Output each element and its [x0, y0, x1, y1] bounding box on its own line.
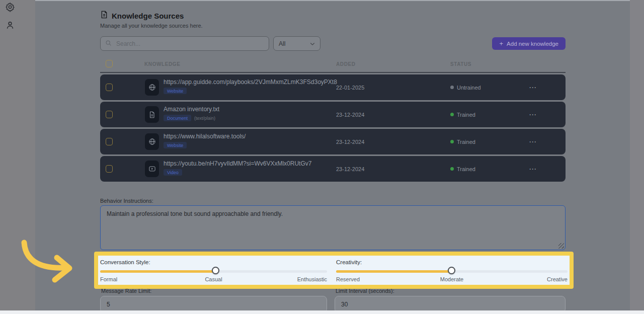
slider-fill — [100, 270, 216, 273]
row-menu-button[interactable]: ⋯ — [529, 102, 537, 127]
highlight-box: Conversation Style: Formal Enthusiastic … — [94, 252, 574, 289]
column-header-knowledge: KNOWLEDGE — [144, 61, 181, 67]
added-date: 23-12-2024 — [336, 156, 364, 182]
added-date: 23-12-2024 — [336, 102, 364, 127]
slider-max-label: Creative — [547, 276, 568, 282]
status-cell: Trained — [450, 129, 475, 154]
add-knowledge-label: Add new knowledge — [507, 41, 558, 47]
slider-block: Creativity: Reserved Creative Moderate — [336, 256, 568, 285]
row-checkbox[interactable] — [106, 165, 113, 173]
chevron-down-icon — [310, 40, 315, 47]
added-date: 23-12-2024 — [336, 129, 364, 154]
status-label: Untrained — [457, 85, 481, 91]
search-icon — [105, 39, 112, 48]
gear-icon[interactable] — [5, 2, 15, 12]
document-icon — [100, 11, 108, 21]
slider-label: Conversation Style: — [100, 259, 150, 265]
column-header-status: STATUS — [450, 61, 471, 67]
type-badge: Document — [164, 115, 191, 121]
row-menu-button[interactable]: ⋯ — [529, 129, 537, 154]
table-divider — [100, 72, 566, 73]
column-header-added: ADDED — [336, 61, 356, 67]
slider-max-label: Enthusiastic — [297, 276, 327, 282]
page-subtitle: Manage all your knowledge sources here. — [100, 23, 203, 29]
table-row: https://app.guidde.com/playbooks/2VJmMxm… — [100, 74, 566, 100]
row-text: https://www.hilalsoftware.tools/ Website — [164, 133, 246, 148]
slider-label: Creativity: — [336, 259, 362, 265]
textarea-resize-handle[interactable] — [558, 243, 564, 249]
row-type-icon — [145, 133, 159, 150]
search-box[interactable] — [100, 36, 269, 51]
mime-type-label: (text/plain) — [194, 116, 215, 121]
row-text: https://app.guidde.com/playbooks/2VJmMxm… — [164, 78, 337, 94]
slider-handle[interactable] — [448, 267, 455, 274]
status-dot — [450, 113, 454, 116]
type-badge: Video — [164, 169, 182, 176]
knowledge-title: https://app.guidde.com/playbooks/2VJmMxm… — [164, 78, 337, 86]
filter-value: All — [279, 40, 285, 47]
search-input[interactable] — [115, 40, 264, 48]
status-cell: Untrained — [450, 74, 481, 100]
knowledge-title: https://www.hilalsoftware.tools/ — [164, 133, 246, 140]
knowledge-table: https://app.guidde.com/playbooks/2VJmMxm… — [100, 74, 566, 183]
filter-select[interactable]: All — [273, 36, 320, 51]
row-checkbox[interactable] — [106, 138, 113, 145]
status-cell: Trained — [450, 156, 475, 182]
type-badge: Website — [164, 88, 187, 94]
slider-handle[interactable] — [212, 267, 219, 274]
status-label: Trained — [457, 112, 475, 118]
window-bottom-strip — [0, 310, 644, 314]
slider-fill — [336, 270, 452, 273]
select-all-checkbox[interactable] — [106, 60, 113, 67]
table-row: https://www.hilalsoftware.tools/ Website… — [100, 129, 566, 154]
row-checkbox[interactable] — [106, 111, 113, 118]
row-type-icon — [145, 106, 159, 123]
row-text: Amazon inventory.txt Document (text/plai… — [164, 106, 219, 121]
added-date: 22-01-2025 — [336, 74, 364, 100]
slider-mid-label: Casual — [205, 276, 222, 282]
row-menu-button[interactable]: ⋯ — [529, 156, 537, 182]
status-label: Trained — [457, 139, 475, 145]
status-dot — [450, 86, 454, 89]
slider-block: Conversation Style: Formal Enthusiastic … — [100, 256, 327, 285]
page-header: Knowledge Sources — [100, 11, 184, 21]
row-text: https://youtu.be/nH7vyvIldMM?si=Wv6VXxMl… — [164, 160, 311, 176]
behavior-instructions-textarea[interactable]: Maintain a professional tone but sound a… — [100, 205, 566, 250]
knowledge-title: Amazon inventory.txt — [164, 106, 219, 113]
status-label: Trained — [457, 166, 475, 172]
page-title: Knowledge Sources — [112, 12, 184, 20]
status-dot — [450, 167, 454, 171]
row-type-icon — [145, 161, 159, 177]
knowledge-title: https://youtu.be/nH7vyvIldMM?si=Wv6VXxMl… — [164, 160, 311, 167]
user-icon[interactable] — [5, 20, 15, 30]
behavior-instructions-label: Behavior Instructions: — [100, 198, 153, 204]
row-menu-button[interactable]: ⋯ — [529, 74, 537, 100]
row-type-icon — [145, 79, 159, 96]
left-sidebar — [0, 0, 35, 314]
status-dot — [450, 140, 454, 143]
add-knowledge-button[interactable]: + Add new knowledge — [492, 37, 566, 50]
slider-min-label: Formal — [100, 276, 117, 282]
right-edge-strip — [630, 0, 644, 314]
status-cell: Trained — [450, 102, 475, 127]
plus-icon: + — [499, 40, 503, 47]
main-content: Knowledge Sources Manage all your knowle… — [100, 0, 566, 310]
type-badge: Website — [164, 142, 187, 148]
table-row: https://youtu.be/nH7vyvIldMM?si=Wv6VXxMl… — [100, 156, 566, 182]
slider-mid-label: Moderate — [440, 276, 463, 282]
row-checkbox[interactable] — [106, 84, 113, 91]
table-row: Amazon inventory.txt Document (text/plai… — [100, 102, 566, 127]
slider-min-label: Reserved — [336, 276, 360, 282]
